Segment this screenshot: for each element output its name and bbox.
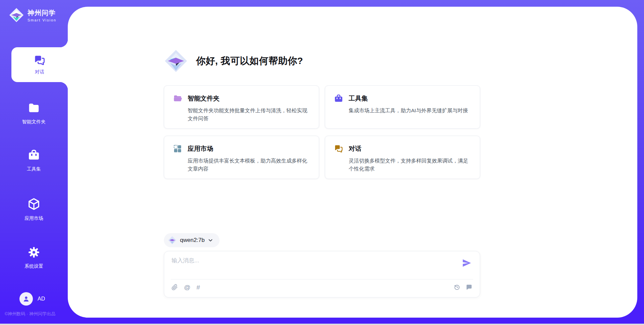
- sidebar-item-label: 系统设置: [0, 263, 68, 269]
- user-initials: AD: [38, 296, 45, 302]
- assistant-diamond-icon: [164, 49, 188, 73]
- card-description: 集成市场上主流工具，助力AI与外界无缝扩展与对接: [349, 107, 471, 115]
- card-description: 智能文件夹功能支持批量文件上传与清洗，轻松实现文件问答: [188, 107, 310, 123]
- card-title: 工具集: [349, 94, 368, 103]
- card-description: 应用市场提供丰富长文本模板，助力高效生成多样化文章内容: [188, 157, 310, 173]
- attachment-icon[interactable]: [172, 284, 178, 290]
- sidebar: 神州问学 Smart Vision 对话 智能文件夹: [0, 0, 68, 325]
- briefcase-icon: [334, 94, 343, 103]
- window-bottom-edge: [0, 324, 644, 325]
- brand-diamond-icon: [9, 7, 24, 23]
- folder-open-icon: [173, 94, 182, 103]
- brand-title: 神州问学: [28, 9, 56, 16]
- card-title: 智能文件夹: [188, 94, 220, 103]
- feature-card-chat[interactable]: 对话 灵活切换多模型文件，支持多样回复效果调试，满足个性化需求: [325, 136, 480, 179]
- brand-logo: 神州问学 Smart Vision: [9, 7, 56, 23]
- feature-card-toolset[interactable]: 工具集 集成市场上主流工具，助力AI与外界无缝扩展与对接: [325, 85, 480, 129]
- composer-divider: [171, 279, 473, 279]
- sidebar-item-market[interactable]: 应用市场: [0, 197, 68, 221]
- sidebar-item-label: 对话: [35, 69, 44, 75]
- chat-icon: [34, 54, 46, 66]
- feature-card-folder[interactable]: 智能文件夹 智能文件夹功能支持批量文件上传与清洗，轻松实现文件问答: [164, 85, 319, 129]
- greeting-text: 你好, 我可以如何帮助你?: [196, 55, 303, 67]
- message-composer: @ #: [164, 251, 480, 298]
- mention-icon[interactable]: @: [184, 284, 191, 290]
- sidebar-item-label: 应用市场: [0, 215, 68, 221]
- app-window: 神州问学 Smart Vision 对话 智能文件夹: [0, 0, 644, 325]
- send-button[interactable]: [462, 258, 472, 268]
- avatar: [19, 292, 33, 306]
- main-content: 你好, 我可以如何帮助你? 智能文件夹 智能文件夹功能支持批量文件上传与清洗，轻…: [164, 0, 480, 325]
- chat-bubble-icon[interactable]: [466, 284, 473, 290]
- grid-icon: [173, 144, 182, 153]
- gear-icon: [28, 246, 40, 259]
- sidebar-item-label: 智能文件夹: [0, 119, 68, 125]
- card-description: 灵活切换多模型文件，支持多样回复效果调试，满足个性化需求: [349, 157, 471, 173]
- model-selector[interactable]: qwen2:7b: [164, 233, 220, 247]
- sidebar-item-label: 工具集: [0, 166, 68, 172]
- greeting: 你好, 我可以如何帮助你?: [164, 49, 303, 73]
- chat-icon: [334, 144, 343, 153]
- briefcase-icon: [28, 149, 40, 161]
- user-account[interactable]: AD: [19, 292, 45, 306]
- card-title: 对话: [349, 144, 362, 153]
- folder-icon: [28, 102, 40, 114]
- composer-toolbar: @ #: [172, 284, 473, 290]
- history-icon[interactable]: [454, 284, 461, 290]
- hash-icon[interactable]: #: [197, 284, 200, 290]
- model-name: qwen2:7b: [180, 237, 205, 244]
- card-title: 应用市场: [188, 144, 213, 153]
- brand-subtitle: Smart Vision: [28, 18, 56, 22]
- sidebar-item-chat[interactable]: 对话: [11, 47, 68, 82]
- sidebar-item-folder[interactable]: 智能文件夹: [0, 102, 68, 125]
- feature-card-market[interactable]: 应用市场 应用市场提供丰富长文本模板，助力高效生成多样化文章内容: [164, 136, 319, 179]
- cube-icon: [27, 197, 41, 211]
- model-diamond-icon: [168, 236, 177, 245]
- message-input[interactable]: [172, 257, 452, 273]
- chevron-down-icon: [208, 238, 213, 243]
- sidebar-item-toolset[interactable]: 工具集: [0, 149, 68, 172]
- copyright-footer: ©神州数码 · 神州问学出品: [5, 311, 55, 317]
- sidebar-item-settings[interactable]: 系统设置: [0, 246, 68, 269]
